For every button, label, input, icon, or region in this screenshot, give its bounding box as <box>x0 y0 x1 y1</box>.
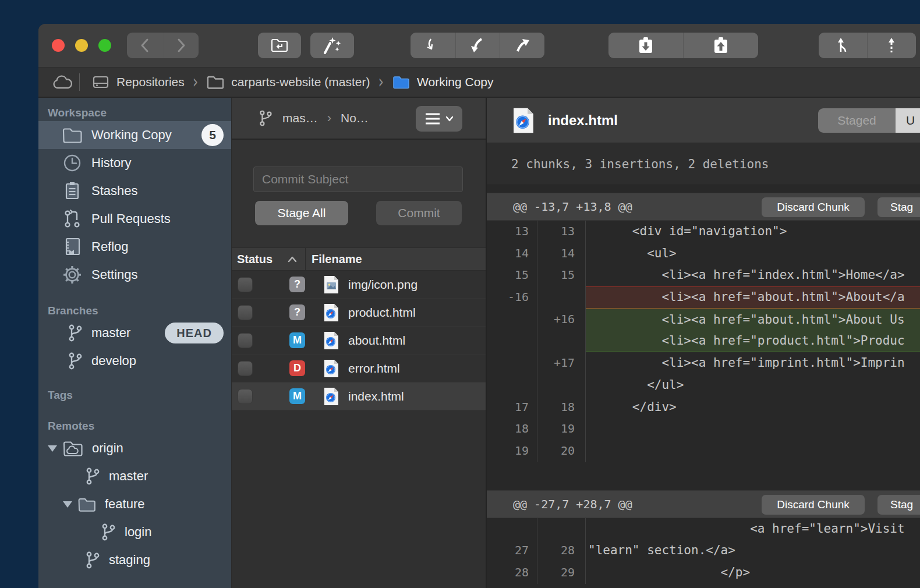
stage-chunk-button[interactable]: Stag <box>877 197 920 217</box>
sidebar-remote-folder-feature[interactable]: feature <box>38 490 231 518</box>
sidebar-branch-master[interactable]: master HEAD <box>38 319 231 347</box>
magic-wand-icon <box>323 36 342 55</box>
tab-staged[interactable]: Staged <box>818 108 896 133</box>
merge-button[interactable] <box>819 33 867 58</box>
back-button[interactable] <box>127 33 163 58</box>
stage-chunk-button[interactable]: Stag <box>877 495 920 515</box>
sidebar-remote-branch-master[interactable]: master <box>38 462 231 490</box>
old-line-number: -16 <box>487 286 537 309</box>
folder-icon <box>206 75 225 90</box>
stash-button[interactable] <box>608 33 683 58</box>
auto-fix-button[interactable] <box>310 33 354 58</box>
breadcrumb-repositories[interactable]: Repositories <box>91 74 185 90</box>
branches-section-header: Branches <box>38 303 231 319</box>
diff-line[interactable]: 28 29 </p> <box>487 562 920 584</box>
diff-line[interactable]: +17 <li><a href="imprint.html">Imprin <box>487 352 920 374</box>
stage-all-button[interactable]: Stage All <box>255 201 348 225</box>
forward-button[interactable] <box>163 33 199 58</box>
hunk-header: @@ -13,7 +13,8 @@ Discard Chunk Stag <box>487 193 920 221</box>
sidebar: Workspace Working Copy 5 History Stashes <box>38 98 232 588</box>
stage-checkbox[interactable] <box>238 277 253 292</box>
clipboard-icon <box>61 180 83 202</box>
diff-line[interactable]: 19 20 <box>487 440 920 462</box>
file-name: about.html <box>348 334 405 348</box>
cloud-icon[interactable] <box>52 75 73 90</box>
pull-icon <box>469 37 486 54</box>
pull-request-icon <box>61 208 83 230</box>
status-badge-deleted: D <box>289 360 305 376</box>
sidebar-item-history[interactable]: History <box>38 149 231 177</box>
diff-line[interactable]: 13 13 <div id="navigation"> <box>487 221 920 243</box>
workspace-section-header: Workspace <box>38 105 231 121</box>
branch-icon <box>67 352 83 370</box>
sort-ascending-icon[interactable] <box>288 256 305 263</box>
old-line-number <box>487 309 537 331</box>
minimize-window-button[interactable] <box>75 39 88 52</box>
diff-line[interactable]: 17 18 </div> <box>487 396 920 419</box>
disclosure-triangle-icon[interactable] <box>63 501 72 508</box>
diff-summary-bar: 2 chunks, 3 insertions, 2 deletions <box>487 143 920 185</box>
repositories-icon <box>91 74 110 90</box>
breadcrumb-working-copy[interactable]: Working Copy <box>392 75 494 90</box>
stage-checkbox[interactable] <box>238 389 253 404</box>
discard-chunk-button[interactable]: Discard Chunk <box>762 495 865 515</box>
sidebar-remote-origin[interactable]: origin <box>38 434 231 462</box>
code-text: <li><a href="about.html">About</a <box>586 286 920 309</box>
filename-column-header[interactable]: Filename <box>305 248 486 270</box>
sidebar-item-working-copy[interactable]: Working Copy 5 <box>38 121 231 149</box>
code-text: <div id="navigation"> <box>586 221 920 243</box>
breadcrumb-repo[interactable]: carparts-website (master) <box>206 75 370 90</box>
diff-line[interactable]: </ul> <box>487 374 920 396</box>
diff-line-added[interactable]: +16 <li><a href="about.html">About Us <box>487 309 920 331</box>
file-row-selected[interactable]: M index.html <box>232 382 486 410</box>
diff-line[interactable]: 15 15 <li><a href="index.html">Home</a> <box>487 264 920 286</box>
commit-subject-input[interactable] <box>253 167 463 192</box>
diff-line[interactable]: 27 28 "learn" section.</a> <box>487 540 920 562</box>
sidebar-branch-develop[interactable]: develop <box>38 347 231 375</box>
diff-line[interactable]: 18 19 <box>487 418 920 440</box>
html-file-icon <box>323 303 339 323</box>
push-icon <box>514 37 531 54</box>
titlebar <box>38 24 920 67</box>
sidebar-item-settings[interactable]: Settings <box>38 261 231 289</box>
file-row[interactable]: D error.html <box>232 355 486 382</box>
sidebar-remote-branch-login[interactable]: login <box>38 518 231 546</box>
staged-unstaged-toggle: Staged U <box>818 108 920 133</box>
pop-stash-button[interactable] <box>683 33 758 58</box>
diff-line-removed[interactable]: -16 <li><a href="about.html">About</a <box>487 286 920 309</box>
code-text: </div> <box>586 396 920 419</box>
close-window-button[interactable] <box>52 39 65 52</box>
fetch-button[interactable] <box>411 33 455 58</box>
rebase-button[interactable] <box>867 33 915 58</box>
diff-line[interactable]: 14 14 <ul> <box>487 243 920 265</box>
file-row[interactable]: ? img/icon.png <box>232 271 486 299</box>
discard-chunk-button[interactable]: Discard Chunk <box>762 197 865 217</box>
file-row[interactable]: ? product.html <box>232 299 486 327</box>
pull-button[interactable] <box>455 33 500 58</box>
old-line-number <box>487 518 537 540</box>
diff-line-added[interactable]: <li><a href="product.html">Produc <box>487 330 920 352</box>
stage-checkbox[interactable] <box>238 305 253 320</box>
commit-target-label[interactable]: No… <box>341 111 369 125</box>
sidebar-item-reflog[interactable]: Reflog <box>38 233 231 261</box>
disclosure-triangle-icon[interactable] <box>48 445 57 452</box>
push-button[interactable] <box>500 33 544 58</box>
diff-summary: 2 chunks, 3 insertions, 2 deletions <box>511 157 769 171</box>
merge-group <box>819 33 916 58</box>
sidebar-remote-branch-staging[interactable]: staging <box>38 546 231 574</box>
show-in-finder-button[interactable] <box>258 33 301 58</box>
status-column-header[interactable]: Status <box>232 253 288 266</box>
file-row[interactable]: M about.html <box>232 327 486 355</box>
view-options-button[interactable] <box>416 106 462 132</box>
tab-unstaged[interactable]: U <box>896 108 920 133</box>
branch-icon <box>100 523 116 541</box>
diff-line[interactable]: <a href="learn">Visit <box>487 518 920 540</box>
branch-label: master <box>91 325 130 341</box>
commit-button[interactable]: Commit <box>376 201 462 225</box>
stage-checkbox[interactable] <box>238 361 253 376</box>
sidebar-item-stashes[interactable]: Stashes <box>38 177 231 205</box>
current-branch-label[interactable]: mas… <box>282 111 318 125</box>
zoom-window-button[interactable] <box>98 39 111 52</box>
stage-checkbox[interactable] <box>238 333 253 348</box>
sidebar-item-pull-requests[interactable]: Pull Requests <box>38 205 231 233</box>
